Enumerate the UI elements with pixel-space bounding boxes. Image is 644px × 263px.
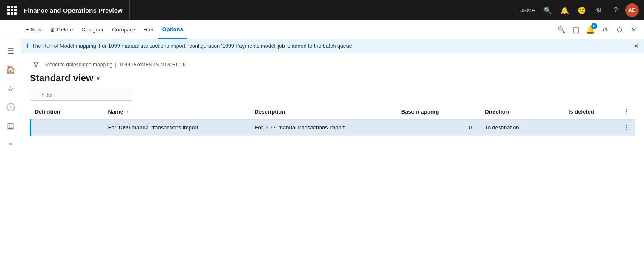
top-bar-right: USMF 🔍 🔔 🙂 ⚙ ? AD [519, 3, 639, 18]
action-badge-icon[interactable]: 🔔 0 [584, 23, 597, 37]
settings-icon[interactable]: ⚙ [591, 3, 607, 18]
avatar[interactable]: AD [625, 3, 639, 17]
col-header-more: ⋮ [617, 104, 635, 120]
page-title-chevron[interactable]: ∨ [96, 75, 100, 82]
col-header-base-mapping: Base mapping [397, 104, 481, 120]
delete-icon: 🗑 [50, 27, 55, 33]
info-icon: ℹ [26, 43, 29, 49]
bell-icon[interactable]: 🔔 [557, 3, 572, 18]
nav-hamburger-icon[interactable]: ☰ [2, 43, 19, 60]
compare-button[interactable]: Compare [108, 20, 139, 39]
apps-icon[interactable] [5, 3, 19, 17]
page-title: Standard view ∨ [30, 73, 635, 84]
col-header-direction: Direction [480, 104, 564, 120]
filter-bar: 🔍 [21, 89, 644, 104]
left-nav: ☰ 🏠 ☆ 🕐 ▦ ≡ [0, 39, 21, 263]
action-open-icon[interactable]: ⬡ [612, 23, 626, 37]
nav-list-icon[interactable]: ≡ [2, 136, 19, 153]
search-icon[interactable]: 🔍 [540, 3, 555, 18]
info-bar: ℹ The Run of Model mapping 'For 1099 man… [21, 39, 644, 53]
breadcrumb-part1: Model to datasource mapping [45, 62, 112, 68]
info-message: The Run of Model mapping 'For 1099 manua… [32, 43, 354, 49]
top-bar-grid: Finance and Operations Preview USMF 🔍 🔔 … [5, 0, 639, 20]
content-header: Model to datasource mapping | 1099 PAYME… [21, 53, 644, 89]
nav-home-icon[interactable]: 🏠 [2, 61, 19, 78]
help-icon[interactable]: ? [608, 3, 624, 18]
designer-button[interactable]: Designer [77, 20, 108, 39]
entity-label: USMF [519, 7, 535, 14]
page-title-label: Standard view [30, 73, 93, 84]
main-layout: ☰ 🏠 ☆ 🕐 ▦ ≡ ℹ The Run of Model mapping '… [0, 39, 644, 263]
table-row[interactable]: For 1099 manual transactions import For … [31, 120, 636, 136]
cell-definition [31, 120, 104, 136]
top-bar: Finance and Operations Preview USMF 🔍 🔔 … [0, 0, 644, 20]
nav-recent-icon[interactable]: 🕐 [2, 99, 19, 116]
info-close-icon[interactable]: ✕ [634, 43, 639, 49]
app-title: Finance and Operations Preview [22, 0, 130, 20]
content-area: ℹ The Run of Model mapping 'For 1099 man… [21, 39, 644, 263]
col-header-name[interactable]: Name ↑ [104, 104, 250, 120]
filter-input[interactable] [30, 89, 132, 101]
action-refresh-icon[interactable]: ↺ [598, 23, 612, 37]
nav-workspaces-icon[interactable]: ▦ [2, 117, 19, 134]
sort-icon: ↑ [126, 110, 129, 114]
cell-name: For 1099 manual transactions import [104, 120, 250, 136]
run-button[interactable]: Run [139, 20, 158, 39]
action-bar-right: 🔍 ◫ 🔔 0 ↺ ⬡ ✕ [555, 23, 641, 37]
delete-button[interactable]: 🗑 Delete [46, 20, 78, 39]
cell-base-mapping: 0 [397, 120, 481, 136]
table-wrap: Definition Name ↑ Description Base mappi… [21, 104, 644, 263]
filter-wrap: 🔍 [30, 89, 132, 101]
options-button[interactable]: Options [158, 20, 187, 39]
cell-direction: To destination [480, 120, 564, 136]
cell-more[interactable]: ⋮ [617, 120, 635, 136]
nav-favorites-icon[interactable]: ☆ [2, 80, 19, 97]
breadcrumb: Model to datasource mapping | 1099 PAYME… [30, 58, 635, 71]
badge-count: 0 [591, 23, 597, 29]
col-header-is-deleted: Is deleted [564, 104, 617, 120]
cell-is-deleted [564, 120, 617, 136]
filter-icon[interactable] [30, 58, 43, 71]
col-header-definition: Definition [31, 104, 104, 120]
smiley-icon[interactable]: 🙂 [574, 3, 589, 18]
col-header-description: Description [250, 104, 397, 120]
new-button[interactable]: + New [21, 20, 46, 39]
action-close-icon[interactable]: ✕ [627, 23, 641, 37]
new-icon: + [26, 26, 29, 33]
table-header-row: Definition Name ↑ Description Base mappi… [31, 104, 636, 120]
action-bookmark-icon[interactable]: ◫ [569, 23, 583, 37]
data-table: Definition Name ↑ Description Base mappi… [30, 104, 635, 136]
action-bar: + New 🗑 Delete Designer Compare Run Opti… [0, 20, 644, 39]
action-search-icon[interactable]: 🔍 [555, 23, 568, 37]
cell-description: For 1099 manual transactions import [250, 120, 397, 136]
breadcrumb-part2: 1099 PAYMENTS MODEL : 6 [119, 62, 186, 68]
